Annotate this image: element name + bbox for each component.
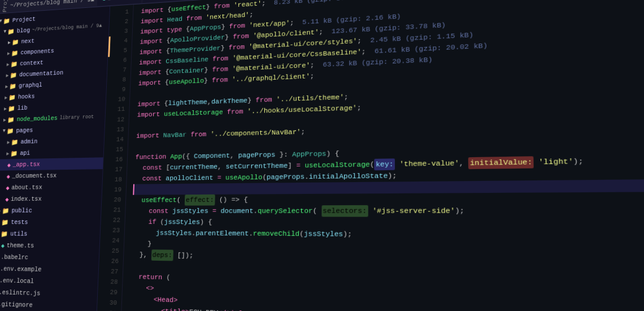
breadcrumb-badge: ~/Projects/blog main / 9▲ [32, 23, 102, 33]
item-label: components [20, 47, 54, 56]
tsx-file-icon: ◆ [7, 161, 11, 169]
main-content: ▼ 📁 Project ▼ 📁 blog ~/Projects/blog mai… [0, 0, 644, 311]
project-label: Project [2, 0, 8, 12]
folder-icon: 📁 [7, 28, 15, 35]
folder-icon: 📁 [1, 230, 8, 237]
arrow-icon: ▼ [3, 128, 6, 134]
item-label: blog [16, 27, 30, 34]
code-line-20: const jssStyles = document.querySelector… [133, 204, 644, 218]
ts-icon [103, 0, 106, 1]
item-label: .gitignore [0, 301, 33, 309]
gutter-changed [108, 47, 110, 57]
breadcrumb: ~/Projects/blog main / 9▲ [10, 0, 95, 8]
item-label: about.tsx [11, 184, 42, 191]
item-label: tests [11, 219, 28, 226]
arrow-icon: ▶ [7, 139, 10, 145]
folder-icon: 📁 [2, 218, 9, 226]
item-label: .env.local [0, 277, 34, 285]
code-editor[interactable]: import { useEffect } from 'react'; 8.23 … [121, 0, 644, 311]
arrow-icon: ▶ [0, 219, 1, 225]
arrow-icon: ▶ [6, 150, 10, 157]
item-label: graphql [19, 81, 42, 89]
item-label: _app.tsx [12, 161, 40, 168]
item-label: .eslintrc.js [0, 289, 41, 297]
tree-item-theme-ts[interactable]: ◆ theme.ts [0, 239, 99, 252]
item-label: _document.tsx [12, 172, 57, 179]
tab-label: index.ts [108, 0, 136, 2]
folder-icon: 📁 [7, 127, 14, 135]
arrow-icon: ▶ [5, 94, 7, 101]
tsx-file-icon: ◆ [6, 172, 10, 180]
gutter-changed [108, 37, 111, 47]
item-label: .env.example [0, 265, 42, 273]
ide-inner: Project ~/Projects/blog main / 9▲ index.… [0, 0, 644, 311]
tree-item-utils[interactable]: ▼ 📁 utils [0, 228, 100, 240]
folder-icon: 📁 [10, 71, 18, 79]
item-label: api [20, 150, 31, 157]
item-label: pages [16, 127, 33, 134]
tree-item-document-tsx[interactable]: ◆ _document.tsx [0, 169, 103, 182]
arrow-icon: ▼ [0, 19, 2, 24]
tree-item-babelrc[interactable]: ◆ .babelrc [0, 251, 99, 265]
arrow-icon: ▶ [8, 39, 11, 45]
editor-area: 12345 678910 1112131415 1617181920 21222… [95, 0, 644, 311]
tree-item-tests[interactable]: ▶ 📁 tests [0, 217, 101, 228]
item-label: utils [10, 230, 28, 237]
folder-icon: 📁 [11, 138, 19, 145]
item-label: context [20, 59, 43, 67]
folder-icon: 📁 [2, 207, 10, 214]
file-tree: ▼ 📁 Project ▼ 📁 blog ~/Projects/blog mai… [0, 6, 110, 311]
item-label: next [21, 37, 34, 45]
folder-icon: 📁 [3, 17, 11, 24]
ts-file-icon: ◆ [1, 241, 5, 249]
arrow-icon: ▶ [4, 106, 7, 112]
item-label: index.tsx [11, 196, 42, 203]
item-label: hooks [18, 93, 35, 100]
tree-item-index-tsx[interactable]: ◆ index.tsx [0, 193, 102, 205]
tree-item-public[interactable]: ▶ 📁 public [0, 205, 101, 217]
folder-icon: 📁 [11, 49, 19, 57]
folder-icon: 📁 [11, 149, 18, 157]
item-label: public [11, 207, 32, 214]
item-label: node_modules [16, 115, 58, 123]
arrow-icon: ▶ [6, 72, 8, 79]
folder-icon: 📁 [11, 60, 18, 67]
tsx-file-icon: ◆ [5, 195, 9, 202]
tree-item-app-tsx[interactable]: ◆ _app.tsx [0, 157, 103, 171]
arrow-icon: ▶ [5, 83, 8, 89]
item-label: .babelrc [1, 253, 28, 261]
folder-icon: 📁 [10, 83, 17, 90]
arrow-icon: ▼ [3, 29, 6, 34]
item-label: documentation [19, 70, 63, 78]
arrow-icon: ▶ [0, 208, 1, 214]
folder-icon: 📁 [8, 93, 16, 101]
arrow-icon: ▶ [3, 116, 6, 123]
tree-item-about-tsx[interactable]: ◆ about.tsx [0, 181, 102, 193]
item-label: theme.ts [6, 242, 34, 249]
editor-content: 12345 678910 1112131415 1617181920 21222… [96, 0, 644, 311]
tsx-file-icon: ◆ [6, 184, 10, 191]
ide-container: Project ~/Projects/blog main / 9▲ index.… [0, 0, 644, 311]
arrow-icon: ▶ [7, 50, 10, 57]
item-label: admin [20, 138, 38, 145]
item-label: lib [17, 105, 28, 112]
arrow-icon: ▶ [6, 61, 9, 67]
folder-icon: 📁 [7, 116, 15, 123]
folder-icon: 📁 [12, 38, 19, 46]
item-label: Project [12, 16, 36, 24]
folder-icon: 📁 [8, 105, 15, 112]
library-badge: library root [59, 114, 94, 121]
